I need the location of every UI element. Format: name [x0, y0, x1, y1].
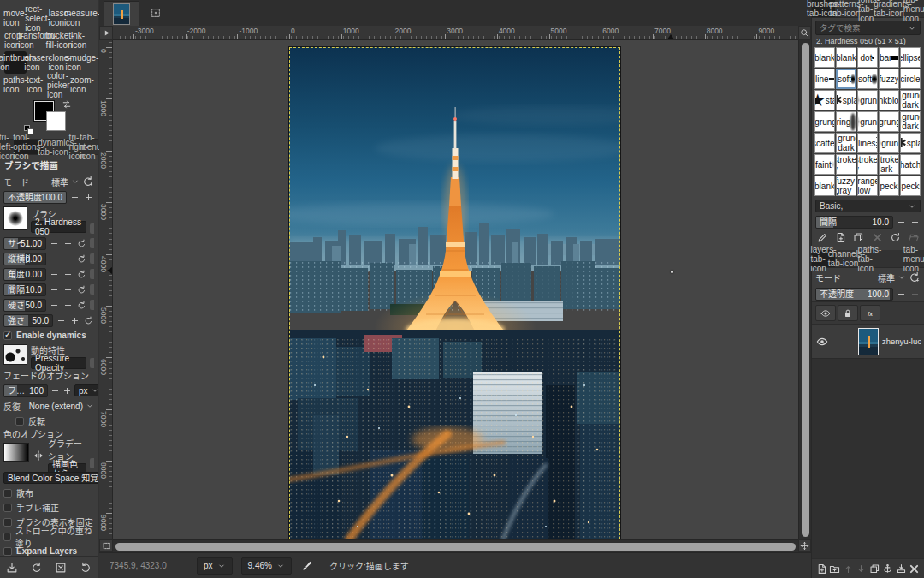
- layer-thumbnail[interactable]: [858, 328, 879, 355]
- paths-tab-tab[interactable]: paths-tab-icon: [858, 250, 881, 267]
- increase-button[interactable]: [62, 237, 74, 249]
- paths-tool[interactable]: paths-icon: [4, 74, 27, 96]
- reset-button[interactable]: [83, 314, 94, 326]
- brush-swatch[interactable]: blank: [814, 47, 835, 68]
- increase-button[interactable]: [62, 299, 74, 311]
- search-input[interactable]: [820, 23, 908, 33]
- vertical-scrollbar-thumb[interactable]: [802, 43, 809, 537]
- param-slider[interactable]: 角度0.00: [3, 268, 46, 281]
- brush-swatch[interactable]: scatter: [814, 133, 835, 153]
- decrease-button[interactable]: [49, 268, 60, 280]
- brush-swatch[interactable]: bar: [879, 47, 899, 68]
- ink-tool[interactable]: ink-icon: [71, 29, 93, 51]
- brush-swatch[interactable]: grunge: [879, 133, 899, 153]
- decrease-button[interactable]: [49, 237, 60, 249]
- measure-tool[interactable]: measure-icon: [71, 7, 93, 29]
- brush-swatch[interactable]: blank: [836, 47, 856, 68]
- increase-button[interactable]: [62, 268, 74, 280]
- brush-swatch[interactable]: faint: [814, 154, 835, 175]
- reset-button[interactable]: [76, 237, 87, 249]
- brush-swatch[interactable]: grunge-dark: [836, 133, 856, 153]
- brush-swatch[interactable]: grunge-dark: [900, 111, 921, 132]
- brush-swatch[interactable]: star: [814, 90, 835, 110]
- tool-option-checkbox-row[interactable]: 散布: [3, 486, 94, 500]
- brush-swatch[interactable]: line: [814, 69, 835, 89]
- brush-swatch[interactable]: stroke-dark: [879, 154, 899, 175]
- brush-swatch[interactable]: specks: [900, 176, 921, 196]
- brush-thumbnail[interactable]: [3, 206, 27, 230]
- eye-lock-button[interactable]: [815, 305, 836, 321]
- fade-unit-dropdown[interactable]: px: [74, 384, 98, 396]
- merge-down-button[interactable]: [896, 563, 907, 575]
- checkbox[interactable]: [3, 504, 12, 512]
- brush-swatch[interactable]: splat: [900, 133, 921, 153]
- layer-opacity-slider[interactable]: 不透明度 100.0: [815, 288, 893, 301]
- opacity-increase-button[interactable]: [83, 191, 94, 203]
- dynamics-thumbnail[interactable]: [3, 344, 27, 365]
- gradient-selector[interactable]: グラデーション 描画色から: [3, 443, 94, 468]
- flip-gradient-button[interactable]: [33, 443, 44, 468]
- brush-tag-search[interactable]: [815, 21, 921, 35]
- smudge-tool[interactable]: smudge-icon: [71, 51, 93, 74]
- zoom-dropdown[interactable]: 9.46%: [241, 557, 292, 575]
- brush-swatch[interactable]: blank: [814, 176, 835, 196]
- enable-dynamics-checkbox[interactable]: [3, 331, 12, 340]
- checkbox[interactable]: [3, 518, 12, 527]
- decrease-button[interactable]: [49, 299, 60, 311]
- chevron-down-icon[interactable]: [71, 177, 80, 186]
- fade-decrease-button[interactable]: [50, 384, 60, 396]
- reset-button[interactable]: [76, 268, 87, 280]
- fg-bg-color-widget[interactable]: [27, 101, 70, 134]
- edit-gradient-edge-icon[interactable]: [90, 458, 94, 468]
- brush-swatch[interactable]: soft: [857, 69, 878, 89]
- brush-swatch[interactable]: grunge: [857, 111, 878, 132]
- image-tab[interactable]: [104, 1, 139, 26]
- mode-value[interactable]: 標準: [51, 176, 68, 188]
- layer-opacity-decrease-button[interactable]: [896, 289, 907, 301]
- reset-button[interactable]: [76, 283, 87, 295]
- zoom-follow-window-button[interactable]: [798, 26, 811, 40]
- chevron-down-icon[interactable]: [86, 402, 94, 410]
- brush-swatch[interactable]: grunge: [857, 90, 878, 110]
- horizontal-scrollbar-thumb[interactable]: [116, 543, 796, 551]
- brush-selector[interactable]: ブラシ 2. Hardness 050: [3, 206, 94, 234]
- layer-opacity-increase-button[interactable]: [909, 289, 921, 301]
- bucket-fill-tool[interactable]: bucket-fill-icon: [49, 29, 71, 51]
- brush-swatch[interactable]: stroke-v: [836, 154, 856, 175]
- increase-button[interactable]: [62, 283, 74, 295]
- link-to-brush-edge-icon[interactable]: [90, 269, 94, 279]
- duplicate-layer-button[interactable]: [869, 563, 880, 575]
- new-brush-button[interactable]: [835, 232, 846, 243]
- param-slider[interactable]: 縦横比0.00: [3, 253, 46, 265]
- brush-swatch[interactable]: inkblot: [879, 90, 899, 110]
- layer-visibility-toggle[interactable]: [814, 336, 831, 348]
- canvas-menu-button[interactable]: [99, 26, 113, 40]
- layer-row[interactable]: zhenyu-luo: [812, 325, 924, 359]
- chevron-down-icon[interactable]: [908, 24, 916, 33]
- save-preset-button[interactable]: [6, 562, 18, 574]
- text-tool[interactable]: text-icon: [27, 74, 49, 96]
- brush-swatch[interactable]: fuzzy-gray: [836, 176, 856, 196]
- paintbrush-tool[interactable]: paintbrush-icon: [4, 51, 27, 74]
- brush-swatch[interactable]: soft: [836, 69, 856, 89]
- layer-name[interactable]: zhenyu-luo: [882, 337, 921, 346]
- color-picker-tool[interactable]: color-picker-icon: [49, 74, 71, 96]
- unit-dropdown[interactable]: px: [197, 557, 233, 575]
- brush-swatch[interactable]: ring: [836, 111, 856, 132]
- param-slider[interactable]: 硬さ50.0: [3, 299, 46, 312]
- brush-swatch[interactable]: grunge-dark: [900, 90, 921, 110]
- open-brush-button[interactable]: [908, 232, 919, 243]
- brush-swatch[interactable]: splat: [836, 90, 856, 110]
- decrease-button[interactable]: [49, 283, 60, 295]
- new-layer-button[interactable]: [816, 563, 827, 575]
- patterns-tab-tab[interactable]: patterns-tab-icon: [835, 0, 858, 17]
- decrease-button[interactable]: [49, 253, 60, 265]
- channels-tab-tab[interactable]: channels-tab-icon: [835, 250, 858, 267]
- dynamics-value[interactable]: Pressure Opacity: [31, 357, 86, 369]
- fade-increase-button[interactable]: [62, 384, 72, 396]
- brush-swatch[interactable]: ellipse: [900, 47, 921, 68]
- chevron-down-icon[interactable]: [897, 273, 906, 282]
- reverse-checkbox[interactable]: [15, 417, 24, 426]
- enable-dynamics-row[interactable]: Enable dynamics: [3, 328, 94, 343]
- decrease-button[interactable]: [56, 314, 67, 326]
